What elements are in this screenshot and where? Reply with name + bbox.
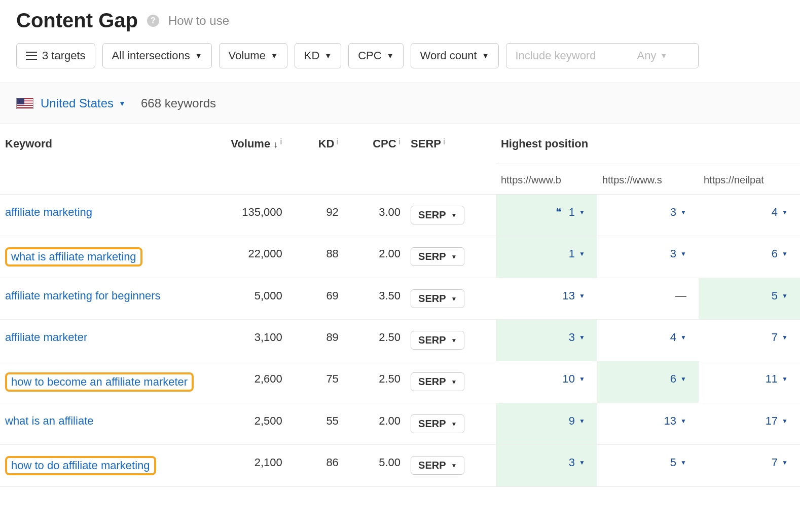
chevron-down-icon: ▼ xyxy=(195,52,202,59)
position-cell[interactable]: 7▼ xyxy=(699,320,800,361)
position-cell[interactable]: 4▼ xyxy=(597,320,699,361)
position-cell[interactable]: 5▼ xyxy=(699,278,800,320)
serp-button[interactable]: SERP▼ xyxy=(411,331,464,350)
include-keyword-input[interactable] xyxy=(516,49,637,62)
position-cell[interactable]: 3▼ xyxy=(496,320,597,361)
position-cell[interactable]: ❝1▼ xyxy=(496,195,597,236)
chevron-down-icon: ▼ xyxy=(782,459,788,466)
cell-cpc: 2.50 xyxy=(344,320,406,361)
include-mode-select[interactable]: Any ▼ xyxy=(637,49,668,62)
content-gap-table: Keyword Volume ↓i KDi CPCi SERPi Highest… xyxy=(0,124,800,487)
intersections-filter[interactable]: All intersections ▼ xyxy=(102,43,212,68)
keywords-count: 668 keywords xyxy=(141,96,216,110)
table-row: how to become an affiliate marketer2,600… xyxy=(0,361,800,403)
cell-cpc: 5.00 xyxy=(344,445,406,487)
competitor-1[interactable]: https://www.b xyxy=(496,164,597,195)
info-icon[interactable]: i xyxy=(280,137,282,146)
serp-button[interactable]: SERP▼ xyxy=(411,414,464,433)
chevron-down-icon: ▼ xyxy=(579,334,585,341)
competitor-2[interactable]: https://www.s xyxy=(597,164,699,195)
position-cell[interactable]: 3▼ xyxy=(597,195,699,236)
chevron-down-icon: ▼ xyxy=(680,334,686,341)
position-cell[interactable]: 4▼ xyxy=(699,195,800,236)
volume-filter[interactable]: Volume ▼ xyxy=(219,43,287,68)
chevron-down-icon: ▼ xyxy=(782,417,788,425)
targets-filter[interactable]: 3 targets xyxy=(16,43,95,68)
info-icon[interactable]: i xyxy=(443,137,445,146)
cell-volume: 22,000 xyxy=(203,236,287,278)
col-volume[interactable]: Volume ↓i xyxy=(203,124,287,195)
position-cell[interactable]: 9▼ xyxy=(496,403,597,445)
kd-filter[interactable]: KD ▼ xyxy=(295,43,341,68)
chevron-down-icon: ▼ xyxy=(271,52,278,59)
chevron-down-icon: ▼ xyxy=(482,52,489,59)
serp-button[interactable]: SERP▼ xyxy=(411,247,464,266)
cell-kd: 89 xyxy=(287,320,344,361)
chevron-down-icon: ▼ xyxy=(451,212,457,219)
include-mode-label: Any xyxy=(637,49,657,62)
kd-filter-label: KD xyxy=(304,50,320,61)
chevron-down-icon: ▼ xyxy=(579,459,585,466)
include-keyword-field[interactable]: Any ▼ xyxy=(506,43,699,68)
col-kd[interactable]: KDi xyxy=(287,124,344,195)
chevron-down-icon: ▼ xyxy=(782,375,788,383)
table-row: what is affiliate marketing22,000882.00S… xyxy=(0,236,800,278)
chevron-down-icon: ▼ xyxy=(579,209,585,216)
col-highest-position: Highest position xyxy=(496,124,800,164)
position-cell[interactable]: 5▼ xyxy=(597,445,699,487)
position-cell[interactable]: 3▼ xyxy=(496,445,597,487)
position-cell[interactable]: 3▼ xyxy=(597,236,699,278)
chevron-down-icon: ▼ xyxy=(782,209,788,216)
serp-button[interactable]: SERP▼ xyxy=(411,456,464,475)
serp-button[interactable]: SERP▼ xyxy=(411,206,464,224)
col-keyword[interactable]: Keyword xyxy=(0,124,203,195)
chevron-down-icon: ▼ xyxy=(451,421,457,428)
table-row: affiliate marketing135,000923.00SERP▼❝1▼… xyxy=(0,195,800,236)
wordcount-filter-label: Word count xyxy=(420,50,477,61)
keyword-link[interactable]: how to do affiliate marketing xyxy=(5,456,156,475)
position-cell[interactable]: 13▼ xyxy=(597,403,699,445)
flag-us-icon xyxy=(16,98,33,109)
keyword-link[interactable]: what is an affiliate xyxy=(5,414,93,427)
position-cell[interactable]: 7▼ xyxy=(699,445,800,487)
cell-cpc: 3.00 xyxy=(344,195,406,236)
position-cell[interactable]: 13▼ xyxy=(496,278,597,320)
keyword-link[interactable]: affiliate marketer xyxy=(5,331,87,344)
serp-button[interactable]: SERP▼ xyxy=(411,372,464,391)
competitor-3[interactable]: https://neilpat xyxy=(699,164,800,195)
info-icon[interactable]: i xyxy=(336,137,338,146)
how-to-use-link[interactable]: How to use xyxy=(168,14,229,28)
cell-cpc: 2.00 xyxy=(344,403,406,445)
cell-kd: 69 xyxy=(287,278,344,320)
cell-kd: 92 xyxy=(287,195,344,236)
keyword-link[interactable]: affiliate marketing xyxy=(5,206,92,218)
help-icon[interactable]: ? xyxy=(147,15,159,27)
chevron-down-icon: ▼ xyxy=(387,52,394,59)
chevron-down-icon: ▼ xyxy=(680,375,686,383)
position-cell[interactable]: 11▼ xyxy=(699,361,800,403)
country-select[interactable]: United States ▼ xyxy=(16,96,126,110)
col-serp[interactable]: SERPi xyxy=(406,124,496,195)
serp-button[interactable]: SERP▼ xyxy=(411,289,464,308)
position-cell[interactable]: 6▼ xyxy=(597,361,699,403)
keyword-link[interactable]: affiliate marketing for beginners xyxy=(5,289,161,302)
position-cell[interactable]: 1▼ xyxy=(496,236,597,278)
chevron-down-icon: ▼ xyxy=(680,209,686,216)
position-cell[interactable]: 17▼ xyxy=(699,403,800,445)
table-row: how to do affiliate marketing2,100865.00… xyxy=(0,445,800,487)
info-icon[interactable]: i xyxy=(398,137,401,146)
col-cpc[interactable]: CPCi xyxy=(344,124,406,195)
chevron-down-icon: ▼ xyxy=(680,417,686,425)
chevron-down-icon: ▼ xyxy=(451,295,457,302)
cpc-filter[interactable]: CPC ▼ xyxy=(348,43,403,68)
position-cell[interactable]: 6▼ xyxy=(699,236,800,278)
sliders-icon xyxy=(26,52,37,60)
chevron-down-icon: ▼ xyxy=(451,378,457,386)
position-cell[interactable]: 10▼ xyxy=(496,361,597,403)
keyword-link[interactable]: how to become an affiliate marketer xyxy=(5,372,194,392)
wordcount-filter[interactable]: Word count ▼ xyxy=(411,43,499,68)
keyword-link[interactable]: what is affiliate marketing xyxy=(5,247,142,267)
position-cell[interactable]: — xyxy=(597,278,699,320)
chevron-down-icon: ▼ xyxy=(680,459,686,466)
table-row: what is an affiliate2,500552.00SERP▼9▼13… xyxy=(0,403,800,445)
